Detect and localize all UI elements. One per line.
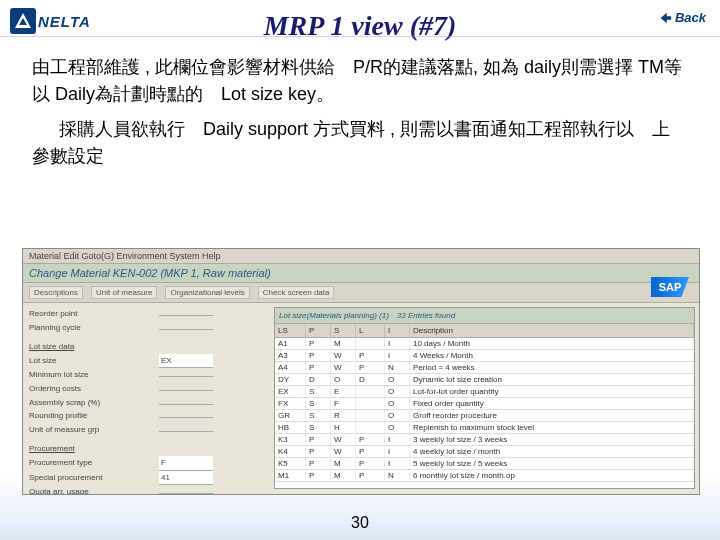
sap-field-row: Special procurement41 xyxy=(29,471,264,486)
sap-window-title: Change Material KEN-002 (MKP 1, Raw mate… xyxy=(23,264,699,283)
sap-field-row: Lot sizeEX xyxy=(29,354,264,369)
sap-field-row: Rounding profile xyxy=(29,409,264,423)
sap-section-title: Procurement xyxy=(29,444,75,453)
table-row[interactable]: DYDODODynamic lot size creation xyxy=(275,374,694,386)
back-label: Back xyxy=(675,10,706,25)
table-row[interactable]: HBSHOReplenish to maximum stock level xyxy=(275,422,694,434)
sap-field-row: Assembly scrap (%) xyxy=(29,396,264,410)
table-row[interactable]: A4PWPNPeriod = 4 weeks xyxy=(275,362,694,374)
sap-field-row: Quota arr. usage xyxy=(29,485,264,495)
table-row[interactable]: FXSFOFixed order quantity xyxy=(275,398,694,410)
sap-tool-btn[interactable]: Unit of measure xyxy=(91,286,157,299)
sap-tool-btn[interactable]: Check screen data xyxy=(258,286,335,299)
sap-popup-title: Lot size(Materials planning) (1) 33 Entr… xyxy=(275,308,694,324)
table-row[interactable]: A3PWPI4 Weeks / Month xyxy=(275,350,694,362)
sap-section-title: Lot size data xyxy=(29,342,74,351)
sap-popup: Lot size(Materials planning) (1) 33 Entr… xyxy=(274,307,695,489)
sap-table-header: LS P S L I Description xyxy=(275,324,694,338)
sap-field-row: Minimum lot size xyxy=(29,368,264,382)
table-row[interactable]: K3PWPI3 weekly lot size / 3 weeks xyxy=(275,434,694,446)
paragraph-2: 採購人員欲執行 Daily support 方式買料 , 則需以書面通知工程部執… xyxy=(32,116,688,170)
table-row[interactable]: M1PMPN6 monthly lot size / month.op xyxy=(275,470,694,482)
sap-field-row: Reorder point xyxy=(29,307,264,321)
sap-toolbar: Descriptions Unit of measure Organizatio… xyxy=(23,283,699,303)
sap-left-panel: Reorder pointPlanning cycle Lot size dat… xyxy=(23,303,270,493)
sap-tool-btn[interactable]: Organizational levels xyxy=(165,286,249,299)
sap-screenshot: Material Edit Goto(G) Environment System… xyxy=(22,248,700,495)
paragraph-1: 由工程部維護 , 此欄位會影響材料供給 P/R的建議落點, 如為 daily則需… xyxy=(32,54,688,108)
table-row[interactable]: GRSROGroff reorder procedure xyxy=(275,410,694,422)
logo-triangle-icon xyxy=(10,8,36,34)
table-row[interactable]: A1PMI10 days / Month xyxy=(275,338,694,350)
sap-field-row: Unit of measure grp xyxy=(29,423,264,437)
page-number: 30 xyxy=(0,514,720,532)
divider xyxy=(0,36,720,37)
sap-field-row: Planning cycle xyxy=(29,321,264,335)
delta-logo: NELTA xyxy=(10,8,91,34)
slide: NELTA Back MRP 1 view (#7) 由工程部維護 , 此欄位會… xyxy=(0,0,720,540)
back-button[interactable]: Back xyxy=(658,10,706,25)
table-row[interactable]: EXSEOLot-for-lot order quantity xyxy=(275,386,694,398)
sap-tool-btn[interactable]: Descriptions xyxy=(29,286,83,299)
body-text: 由工程部維護 , 此欄位會影響材料供給 P/R的建議落點, 如為 daily則需… xyxy=(0,42,720,170)
sap-field-row: Ordering costs xyxy=(29,382,264,396)
table-row[interactable]: K4PWPI4 weekly lot size / month xyxy=(275,446,694,458)
sap-menubar: Material Edit Goto(G) Environment System… xyxy=(23,249,699,264)
back-arrow-icon xyxy=(658,11,672,25)
logo-text: NELTA xyxy=(38,13,91,30)
table-row[interactable]: K5PMPI5 weekly lot size / 5 weeks xyxy=(275,458,694,470)
sap-field-row: Procurement typeF xyxy=(29,456,264,471)
